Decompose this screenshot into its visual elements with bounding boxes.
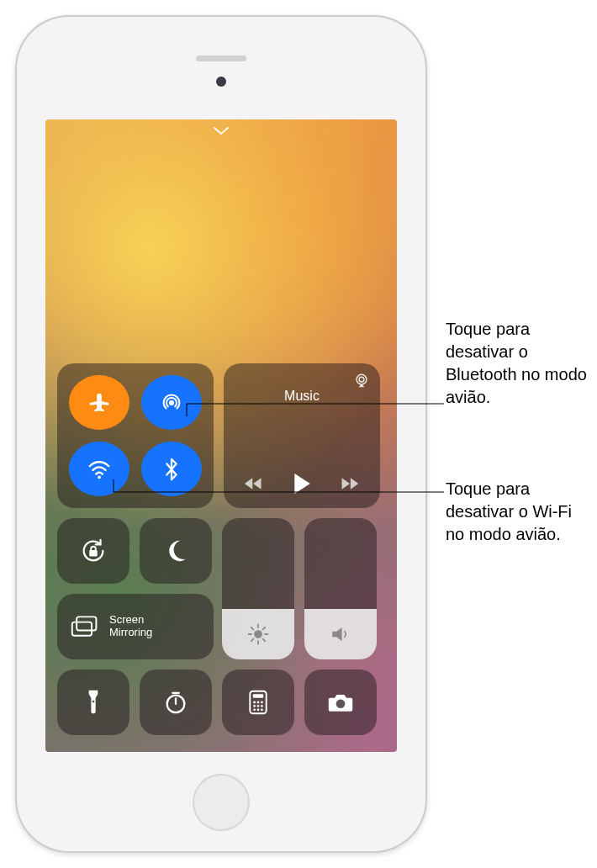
play-button[interactable]: [292, 473, 312, 495]
svg-point-26: [257, 705, 260, 707]
svg-rect-15: [72, 622, 92, 636]
airdrop-toggle[interactable]: [141, 375, 202, 430]
airplane-icon: [87, 390, 112, 415]
svg-point-1: [98, 475, 101, 479]
wifi-toggle[interactable]: [69, 442, 129, 496]
svg-point-29: [257, 708, 260, 711]
svg-point-31: [336, 699, 346, 708]
svg-line-12: [251, 638, 253, 640]
control-center: Music: [57, 353, 385, 735]
forward-button[interactable]: [340, 476, 360, 491]
svg-rect-21: [253, 694, 263, 697]
volume-slider[interactable]: [304, 518, 377, 659]
svg-point-25: [253, 705, 256, 707]
home-button[interactable]: [193, 774, 250, 831]
bluetooth-toggle[interactable]: [141, 442, 202, 496]
chevron-down-icon[interactable]: [213, 126, 230, 136]
svg-point-28: [253, 708, 256, 711]
rewind-button[interactable]: [244, 476, 264, 491]
timer-button[interactable]: [140, 670, 212, 735]
airplane-mode-toggle[interactable]: [69, 375, 129, 430]
svg-point-30: [261, 708, 263, 711]
brightness-slider[interactable]: [222, 518, 294, 659]
flashlight-button[interactable]: [57, 670, 129, 735]
calculator-button[interactable]: [222, 670, 294, 735]
calculator-icon: [248, 690, 268, 715]
svg-rect-4: [89, 550, 97, 557]
orientation-lock-icon: [79, 537, 108, 565]
device-camera: [216, 77, 226, 87]
device-speaker: [196, 56, 246, 61]
svg-point-16: [92, 701, 95, 703]
camera-icon: [327, 691, 354, 713]
bluetooth-icon: [161, 457, 182, 482]
callout-bluetooth: Toque para desativar o Bluetooth no modo…: [446, 318, 592, 409]
connectivity-module[interactable]: [57, 363, 214, 508]
svg-rect-14: [77, 617, 96, 630]
svg-line-10: [251, 627, 253, 629]
screen-mirroring-label: Screen Mirroring: [109, 614, 152, 639]
do-not-disturb-toggle[interactable]: [140, 518, 212, 584]
camera-button[interactable]: [304, 670, 377, 735]
svg-point-3: [359, 377, 364, 382]
svg-point-23: [257, 701, 260, 704]
wifi-icon: [87, 457, 112, 482]
sun-icon: [247, 623, 269, 645]
orientation-lock-toggle[interactable]: [57, 518, 129, 584]
svg-point-0: [169, 400, 174, 405]
airdrop-icon: [159, 390, 184, 415]
device-frame: Music: [15, 15, 427, 853]
media-title: Music: [235, 389, 368, 404]
moon-icon: [163, 538, 188, 564]
callout-wifi: Toque para desativar o Wi-Fi no modo avi…: [446, 478, 592, 546]
svg-point-24: [261, 701, 263, 704]
svg-point-22: [253, 701, 256, 704]
flashlight-icon: [85, 689, 102, 716]
screen-mirroring-icon: [71, 615, 99, 638]
timer-icon: [163, 690, 188, 715]
airplay-audio-icon[interactable]: [353, 372, 370, 389]
screen-mirroring-button[interactable]: Screen Mirroring: [57, 594, 214, 659]
svg-point-2: [357, 374, 367, 384]
media-module[interactable]: Music: [224, 363, 380, 508]
screen: Music: [45, 119, 397, 752]
svg-point-27: [261, 705, 263, 707]
svg-line-13: [263, 627, 265, 629]
svg-line-11: [263, 638, 265, 640]
svg-point-5: [254, 630, 262, 638]
speaker-icon: [330, 623, 351, 645]
